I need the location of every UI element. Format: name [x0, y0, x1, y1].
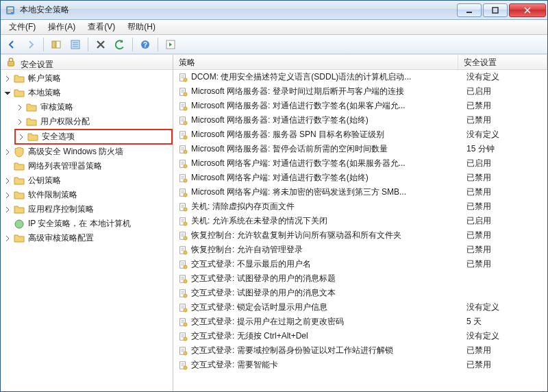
refresh-button[interactable]: [112, 37, 128, 52]
policy-setting: 已禁用: [466, 201, 547, 212]
list-row[interactable]: 关机: 清除虚拟内存页面文件已禁用: [173, 199, 547, 214]
list-row[interactable]: 恢复控制台: 允许软盘复制并访问所有驱动器和所有文件夹已禁用: [173, 228, 547, 243]
policy-item-icon: [177, 72, 188, 83]
tree-label: 本地策略: [27, 86, 62, 99]
help-button[interactable]: ?: [137, 37, 153, 52]
tree-item-ipsec[interactable]: IP 安全策略，在 本地计算机: [2, 217, 173, 231]
list-row[interactable]: 交互式登录: 锁定会话时显示用户信息没有定义: [173, 300, 547, 315]
folder-icon: [14, 73, 25, 84]
policy-name: 交互式登录: 锁定会话时显示用户信息: [191, 302, 466, 313]
menu-help[interactable]: 帮助(H): [122, 20, 161, 34]
tree-item-security-options[interactable]: 安全选项: [16, 130, 171, 144]
tree[interactable]: 帐户策略 本地策略 审核策略: [1, 70, 173, 391]
list-row[interactable]: Microsoft 网络服务器: 对通信进行数字签名(始终)已禁用: [173, 113, 547, 127]
policy-setting: 已禁用: [466, 186, 547, 198]
policy-setting: 已禁用: [466, 359, 547, 371]
list-row[interactable]: 恢复控制台: 允许自动管理登录已禁用: [173, 243, 547, 257]
policy-setting: 已禁用: [466, 258, 547, 270]
list-row[interactable]: 交互式登录: 试图登录的用户的消息文本: [173, 286, 547, 300]
show-hide-tree-button[interactable]: [48, 37, 64, 52]
tree-label: 高级审核策略配置: [27, 232, 95, 245]
expander-icon[interactable]: [2, 73, 13, 84]
policy-item-icon: [177, 317, 188, 328]
svg-rect-9: [8, 61, 14, 66]
list-row[interactable]: 关机: 允许系统在未登录的情况下关闭已启用: [173, 214, 547, 228]
tree-item-software-restriction[interactable]: 软件限制策略: [2, 188, 173, 202]
list-row[interactable]: 交互式登录: 需要域控制器身份验证以对工作站进行解锁已禁用: [173, 343, 547, 358]
expander-icon[interactable]: [2, 190, 13, 201]
list-row[interactable]: 交互式登录: 试图登录的用户的消息标题: [173, 271, 547, 286]
tree-header: 安全设置: [1, 55, 173, 70]
list-row[interactable]: Microsoft 网络客户端: 将未加密的密码发送到第三方 SMB...已禁用: [173, 185, 547, 199]
forward-button[interactable]: [23, 37, 39, 52]
svg-point-40: [184, 279, 187, 282]
toolbar-separator: [158, 38, 158, 51]
policy-name: 交互式登录: 不显示最后的用户名: [191, 258, 466, 270]
extra-button[interactable]: [162, 37, 179, 52]
policy-item-icon: [177, 86, 188, 97]
policy-setting: 没有定义: [466, 330, 547, 342]
menu-action[interactable]: 操作(A): [42, 20, 81, 34]
list-row[interactable]: 交互式登录: 需要智能卡已禁用: [173, 358, 547, 372]
tree-item-account-policy[interactable]: 帐户策略: [2, 71, 173, 86]
menu-view[interactable]: 查看(V): [82, 20, 121, 34]
tree-item-network-list[interactable]: 网络列表管理器策略: [2, 159, 173, 173]
column-header-policy[interactable]: 策略: [173, 55, 458, 69]
list-row[interactable]: Microsoft 网络服务器: 对通信进行数字签名(如果客户端允...已禁用: [173, 99, 547, 113]
expander-icon[interactable]: [2, 175, 13, 186]
svg-point-46: [184, 322, 187, 326]
close-button[interactable]: [509, 3, 546, 17]
policy-name: Microsoft 网络服务器: 对通信进行数字签名(始终): [191, 114, 466, 126]
list-row[interactable]: 交互式登录: 不显示最后的用户名已禁用: [173, 257, 547, 271]
expander-icon[interactable]: [2, 88, 13, 99]
expander-icon[interactable]: [16, 132, 27, 143]
policy-name: Microsoft 网络服务器: 暂停会话前所需的空闲时间数量: [191, 143, 466, 155]
delete-button[interactable]: [92, 37, 109, 52]
expander-icon[interactable]: [2, 233, 13, 244]
list-row[interactable]: Microsoft 网络服务器: 服务器 SPN 目标名称验证级别没有定义: [173, 127, 547, 142]
tree-item-audit-policy[interactable]: 审核策略: [14, 100, 173, 114]
policy-name: 恢复控制台: 允许自动管理登录: [191, 244, 466, 256]
window-buttons: [456, 3, 546, 17]
expander-icon[interactable]: [14, 102, 25, 113]
policy-setting: 已禁用: [466, 100, 547, 112]
tree-item-windows-firewall[interactable]: 高级安全 Windows 防火墙: [2, 145, 173, 159]
expander-icon[interactable]: [2, 147, 13, 158]
window: 本地安全策略 文件(F) 操作(A) 查看(V) 帮助(H): [0, 0, 548, 392]
tree-item-advanced-audit[interactable]: 高级审核策略配置: [2, 231, 173, 245]
tree-header-icon: [5, 57, 16, 68]
expander-icon[interactable]: [2, 204, 13, 215]
titlebar: 本地安全策略: [1, 1, 547, 20]
list-header: 策略 安全设置: [173, 55, 547, 70]
list-row[interactable]: Microsoft 网络服务器: 暂停会话前所需的空闲时间数量15 分钟: [173, 142, 547, 156]
back-button[interactable]: [3, 37, 20, 52]
export-list-button[interactable]: [67, 37, 84, 52]
list-row[interactable]: DCOM: 使用安全描述符定义语言(SDDL)语法的计算机启动...没有定义: [173, 70, 547, 84]
policy-item-icon: [177, 288, 188, 299]
list-row[interactable]: Microsoft 网络客户端: 对通信进行数字签名(如果服务器允...已启用: [173, 156, 547, 171]
list-row[interactable]: 交互式登录: 无须按 Ctrl+Alt+Del没有定义: [173, 329, 547, 343]
list-row[interactable]: Microsoft 网络客户端: 对通信进行数字签名(始终)已禁用: [173, 171, 547, 185]
folder-icon: [14, 204, 25, 215]
policy-name: 交互式登录: 试图登录的用户的消息标题: [191, 273, 466, 284]
minimize-button[interactable]: [457, 3, 482, 17]
toolbar: ?: [1, 35, 547, 54]
list-row[interactable]: Microsoft 网络服务器: 登录时间过期后断开与客户端的连接已启用: [173, 84, 547, 99]
policy-item-icon: [177, 273, 188, 284]
tree-item-public-key[interactable]: 公钥策略: [2, 173, 173, 188]
svg-point-12: [184, 77, 187, 81]
svg-point-44: [184, 308, 187, 311]
svg-point-22: [184, 149, 187, 153]
tree-item-local-policy[interactable]: 本地策略: [2, 86, 173, 100]
maximize-button[interactable]: [483, 3, 508, 17]
list-row[interactable]: 交互式登录: 提示用户在过期之前更改密码5 天: [173, 315, 547, 329]
column-header-setting[interactable]: 安全设置: [458, 55, 547, 69]
highlight-security-options: 安全选项: [14, 129, 173, 145]
expander-icon[interactable]: [14, 117, 25, 127]
menu-file[interactable]: 文件(F): [3, 20, 41, 34]
svg-rect-4: [56, 41, 60, 48]
tree-item-app-control[interactable]: 应用程序控制策略: [2, 202, 173, 217]
list-body[interactable]: DCOM: 使用安全描述符定义语言(SDDL)语法的计算机启动...没有定义Mi…: [173, 70, 547, 391]
policy-item-icon: [177, 115, 188, 126]
tree-item-user-rights[interactable]: 用户权限分配: [14, 114, 173, 129]
